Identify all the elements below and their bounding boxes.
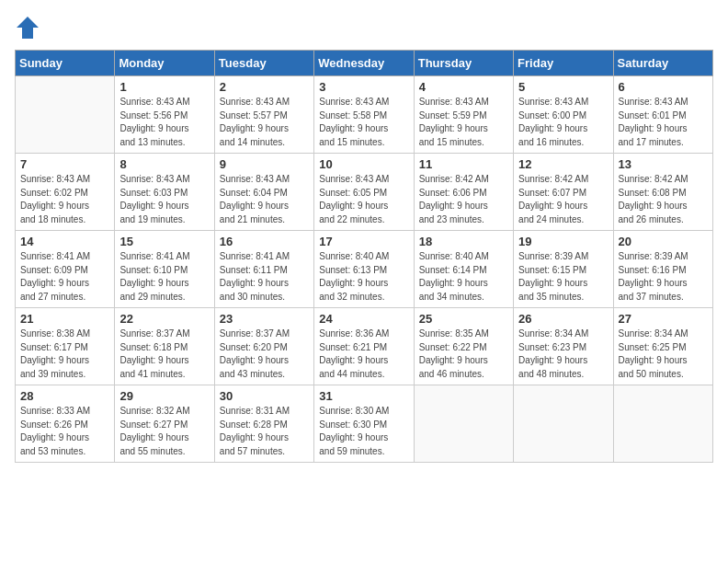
day-number: 31 (319, 389, 408, 403)
day-number: 2 (220, 80, 309, 94)
calendar-day-cell (414, 385, 513, 463)
day-info: Sunrise: 8:43 AM Sunset: 6:01 PM Dayligh… (619, 96, 708, 149)
day-number: 6 (619, 80, 708, 94)
day-info: Sunrise: 8:43 AM Sunset: 6:02 PM Dayligh… (20, 173, 109, 226)
day-info: Sunrise: 8:41 AM Sunset: 6:11 PM Dayligh… (220, 250, 309, 304)
day-info: Sunrise: 8:42 AM Sunset: 6:07 PM Dayligh… (518, 173, 608, 226)
logo-icon (15, 15, 40, 40)
calendar-header-sunday: Sunday (16, 51, 115, 76)
calendar-day-cell: 2Sunrise: 8:43 AM Sunset: 5:57 PM Daylig… (214, 76, 313, 154)
logo (15, 15, 44, 40)
day-number: 7 (20, 157, 109, 171)
day-number: 13 (619, 157, 708, 171)
calendar-day-cell: 23Sunrise: 8:37 AM Sunset: 6:20 PM Dayli… (214, 308, 313, 385)
day-info: Sunrise: 8:34 AM Sunset: 6:25 PM Dayligh… (619, 327, 708, 381)
calendar-day-cell: 30Sunrise: 8:31 AM Sunset: 6:28 PM Dayli… (214, 385, 313, 463)
day-number: 16 (220, 235, 309, 248)
day-number: 1 (119, 80, 209, 94)
day-info: Sunrise: 8:30 AM Sunset: 6:30 PM Dayligh… (319, 405, 408, 458)
day-info: Sunrise: 8:42 AM Sunset: 6:08 PM Dayligh… (619, 173, 708, 226)
calendar-day-cell: 28Sunrise: 8:33 AM Sunset: 6:26 PM Dayli… (16, 385, 115, 463)
calendar-day-cell: 22Sunrise: 8:37 AM Sunset: 6:18 PM Dayli… (115, 308, 214, 385)
day-info: Sunrise: 8:34 AM Sunset: 6:23 PM Dayligh… (518, 327, 608, 381)
day-number: 17 (319, 235, 408, 248)
calendar-day-cell (16, 76, 115, 154)
day-info: Sunrise: 8:43 AM Sunset: 6:00 PM Dayligh… (518, 96, 608, 149)
day-number: 9 (220, 157, 309, 171)
day-info: Sunrise: 8:40 AM Sunset: 6:14 PM Dayligh… (419, 250, 508, 304)
calendar-day-cell: 25Sunrise: 8:35 AM Sunset: 6:22 PM Dayli… (414, 308, 513, 385)
calendar-day-cell: 26Sunrise: 8:34 AM Sunset: 6:23 PM Dayli… (514, 308, 613, 385)
day-number: 15 (119, 235, 209, 248)
day-info: Sunrise: 8:33 AM Sunset: 6:26 PM Dayligh… (20, 405, 109, 458)
day-number: 21 (20, 312, 109, 326)
calendar-day-cell: 31Sunrise: 8:30 AM Sunset: 6:30 PM Dayli… (314, 385, 414, 463)
calendar-day-cell: 11Sunrise: 8:42 AM Sunset: 6:06 PM Dayli… (414, 154, 513, 231)
day-number: 4 (419, 80, 508, 94)
day-number: 28 (20, 389, 109, 403)
calendar-day-cell: 24Sunrise: 8:36 AM Sunset: 6:21 PM Dayli… (314, 308, 414, 385)
day-number: 27 (619, 312, 708, 326)
calendar-day-cell: 4Sunrise: 8:43 AM Sunset: 5:59 PM Daylig… (414, 76, 513, 154)
calendar-day-cell: 3Sunrise: 8:43 AM Sunset: 5:58 PM Daylig… (314, 76, 414, 154)
calendar-day-cell: 5Sunrise: 8:43 AM Sunset: 6:00 PM Daylig… (514, 76, 613, 154)
day-info: Sunrise: 8:43 AM Sunset: 5:57 PM Dayligh… (220, 96, 309, 149)
day-number: 19 (518, 235, 608, 248)
calendar-day-cell: 16Sunrise: 8:41 AM Sunset: 6:11 PM Dayli… (214, 231, 313, 308)
calendar-day-cell: 21Sunrise: 8:38 AM Sunset: 6:17 PM Dayli… (16, 308, 115, 385)
day-number: 23 (220, 312, 309, 326)
calendar-day-cell: 9Sunrise: 8:43 AM Sunset: 6:04 PM Daylig… (214, 154, 313, 231)
day-number: 14 (20, 235, 109, 248)
calendar-day-cell (613, 385, 712, 463)
day-info: Sunrise: 8:43 AM Sunset: 6:05 PM Dayligh… (319, 173, 408, 226)
day-info: Sunrise: 8:43 AM Sunset: 5:58 PM Dayligh… (319, 96, 408, 149)
calendar-table: SundayMondayTuesdayWednesdayThursdayFrid… (15, 50, 713, 463)
calendar-header-friday: Friday (514, 51, 613, 76)
calendar-header-saturday: Saturday (613, 51, 712, 76)
calendar-week-row: 14Sunrise: 8:41 AM Sunset: 6:09 PM Dayli… (16, 231, 713, 308)
day-number: 18 (419, 235, 508, 248)
day-number: 20 (619, 235, 708, 248)
day-info: Sunrise: 8:37 AM Sunset: 6:20 PM Dayligh… (220, 327, 309, 381)
day-number: 24 (319, 312, 408, 326)
day-number: 10 (319, 157, 408, 171)
calendar-day-cell: 17Sunrise: 8:40 AM Sunset: 6:13 PM Dayli… (314, 231, 414, 308)
day-number: 26 (518, 312, 608, 326)
calendar-week-row: 7Sunrise: 8:43 AM Sunset: 6:02 PM Daylig… (16, 154, 713, 231)
calendar-day-cell: 14Sunrise: 8:41 AM Sunset: 6:09 PM Dayli… (16, 231, 115, 308)
day-number: 3 (319, 80, 408, 94)
day-number: 11 (419, 157, 508, 171)
calendar-week-row: 21Sunrise: 8:38 AM Sunset: 6:17 PM Dayli… (16, 308, 713, 385)
calendar-day-cell: 12Sunrise: 8:42 AM Sunset: 6:07 PM Dayli… (514, 154, 613, 231)
day-info: Sunrise: 8:37 AM Sunset: 6:18 PM Dayligh… (119, 327, 209, 381)
calendar-day-cell: 15Sunrise: 8:41 AM Sunset: 6:10 PM Dayli… (115, 231, 214, 308)
day-number: 22 (119, 312, 209, 326)
day-info: Sunrise: 8:41 AM Sunset: 6:09 PM Dayligh… (20, 250, 109, 304)
day-number: 29 (119, 389, 209, 403)
calendar-day-cell: 18Sunrise: 8:40 AM Sunset: 6:14 PM Dayli… (414, 231, 513, 308)
day-number: 12 (518, 157, 608, 171)
calendar-day-cell: 10Sunrise: 8:43 AM Sunset: 6:05 PM Dayli… (314, 154, 414, 231)
day-info: Sunrise: 8:38 AM Sunset: 6:17 PM Dayligh… (20, 327, 109, 381)
day-info: Sunrise: 8:31 AM Sunset: 6:28 PM Dayligh… (220, 405, 309, 458)
day-number: 25 (419, 312, 508, 326)
day-info: Sunrise: 8:43 AM Sunset: 6:04 PM Dayligh… (220, 173, 309, 226)
day-info: Sunrise: 8:43 AM Sunset: 6:03 PM Dayligh… (119, 173, 209, 226)
calendar-header-thursday: Thursday (414, 51, 513, 76)
calendar-header-row: SundayMondayTuesdayWednesdayThursdayFrid… (16, 51, 713, 76)
day-number: 8 (119, 157, 209, 171)
calendar-day-cell: 1Sunrise: 8:43 AM Sunset: 5:56 PM Daylig… (115, 76, 214, 154)
calendar-day-cell: 27Sunrise: 8:34 AM Sunset: 6:25 PM Dayli… (613, 308, 712, 385)
calendar-header-wednesday: Wednesday (314, 51, 414, 76)
day-info: Sunrise: 8:39 AM Sunset: 6:16 PM Dayligh… (619, 250, 708, 304)
calendar-week-row: 1Sunrise: 8:43 AM Sunset: 5:56 PM Daylig… (16, 76, 713, 154)
day-info: Sunrise: 8:42 AM Sunset: 6:06 PM Dayligh… (419, 173, 508, 226)
calendar-day-cell: 20Sunrise: 8:39 AM Sunset: 6:16 PM Dayli… (613, 231, 712, 308)
page-header (15, 15, 713, 40)
calendar-day-cell: 29Sunrise: 8:32 AM Sunset: 6:27 PM Dayli… (115, 385, 214, 463)
day-info: Sunrise: 8:40 AM Sunset: 6:13 PM Dayligh… (319, 250, 408, 304)
day-info: Sunrise: 8:43 AM Sunset: 5:56 PM Dayligh… (119, 96, 209, 149)
calendar-header-tuesday: Tuesday (214, 51, 313, 76)
day-number: 5 (518, 80, 608, 94)
calendar-day-cell: 6Sunrise: 8:43 AM Sunset: 6:01 PM Daylig… (613, 76, 712, 154)
